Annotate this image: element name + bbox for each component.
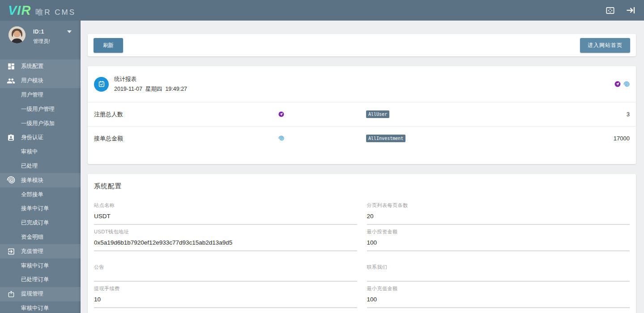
stats-row-label: 接单总金额: [94, 135, 278, 143]
sidebar-item-withdraw-manage[interactable]: 提现管理: [0, 287, 81, 301]
field-label: 公告: [94, 264, 357, 271]
sidebar-item-label: 已完成订单: [21, 219, 49, 227]
top-header: VIR 唯R CMS: [0, 0, 644, 21]
spiral-icon: [7, 176, 15, 185]
go-home-button[interactable]: 进入网站首页: [580, 38, 630, 53]
sidebar-item-label: 资金明细: [21, 233, 43, 241]
stats-card: 统计报表 2019-11-07 星期四 19:49:27 注册总人数: [88, 66, 636, 164]
sidebar-item-fund-details[interactable]: 资金明细: [0, 230, 81, 245]
user-role: 管理员!: [33, 38, 74, 45]
stats-row-investment: 接单总金额 AllInvestment 17000: [88, 126, 636, 150]
field-label: USDT钱包地址: [94, 228, 357, 235]
site-name-input[interactable]: USDT: [94, 213, 357, 225]
dashboard-icon: [7, 62, 15, 71]
sidebar-item-processed[interactable]: 已处理: [0, 159, 81, 173]
stats-datetime: 2019-11-07 星期四 19:49:27: [114, 85, 187, 93]
main-content: 刷新 进入网站首页 统计报表 2019-11-07 星期四 19:49:27: [81, 21, 644, 313]
sidebar-item-user-manage[interactable]: 用户管理: [0, 88, 81, 102]
field-usdt-wallet: USDT钱包地址 0x5a19d6b1b7920ef12e933c77d93c1…: [94, 228, 357, 251]
sidebar-menu: 系统配置 用户模块 用户管理 一级用户管理 一级用户添加 身份认证 审核中 已处…: [0, 59, 81, 313]
stats-value: 17000: [598, 135, 630, 142]
upload-box-icon: [7, 290, 15, 298]
stats-row-users: 注册总人数 AllUser 3: [88, 102, 636, 126]
sidebar-item-identity-auth[interactable]: 身份认证: [0, 131, 81, 145]
sidebar-item-label: 系统配置: [21, 63, 43, 70]
stats-badge: AllInvestment: [366, 135, 405, 142]
stats-header: 统计报表 2019-11-07 星期四 19:49:27: [88, 66, 636, 102]
send-icon: [278, 111, 284, 117]
sidebar-item-recharge-manage[interactable]: 充值管理: [0, 244, 81, 258]
contact-us-input[interactable]: [367, 275, 630, 282]
page-size-input[interactable]: 20: [367, 213, 630, 225]
sidebar-item-label: 一级用户添加: [21, 120, 55, 127]
sidebar-item-orders-completed[interactable]: 已完成订单: [0, 216, 81, 230]
fullscreen-icon[interactable]: [605, 5, 615, 16]
id-card-icon: [7, 133, 15, 142]
stats-title: 统计报表: [114, 76, 187, 83]
stats-value: 3: [598, 111, 630, 118]
logout-icon[interactable]: [625, 5, 636, 16]
send-icon[interactable]: [614, 81, 621, 87]
field-withdraw-fee: 提现手续费 10: [94, 285, 357, 308]
sidebar-item-label: 提现管理: [21, 290, 43, 298]
sidebar-item-label: 审核中订单: [21, 305, 49, 312]
min-invest-input[interactable]: 100: [367, 239, 630, 251]
sidebar-item-label: 接单中订单: [21, 205, 49, 212]
sidebar-item-l1-user-add[interactable]: 一级用户添加: [0, 116, 81, 131]
sidebar-item-all-orders[interactable]: 全部接单: [0, 187, 81, 202]
spiral-icon: [278, 135, 284, 141]
sidebar-item-l1-user-manage[interactable]: 一级用户管理: [0, 102, 81, 116]
stats-badge: AllUser: [366, 110, 389, 118]
sidebar-item-label: 用户管理: [21, 91, 43, 99]
stats-row-label: 注册总人数: [94, 110, 278, 118]
field-site-name: 站点名称 USDT: [94, 202, 357, 225]
sidebar-item-label: 接单模块: [21, 177, 43, 184]
config-grid: 站点名称 USDT 分页列表每页条数 20 USDT钱包地址 0x5a19d6b…: [94, 202, 630, 312]
sidebar-item-recharge-reviewing[interactable]: 审核中订单: [0, 258, 81, 273]
sidebar-item-orders-in-progress[interactable]: 接单中订单: [0, 202, 81, 216]
min-recharge-input[interactable]: 100: [367, 296, 630, 308]
stats-titles: 统计报表 2019-11-07 星期四 19:49:27: [114, 76, 187, 93]
avatar[interactable]: [9, 26, 26, 43]
system-config-card: 系统配置 站点名称 USDT 分页列表每页条数 20 USDT钱包地址 0x5a…: [88, 174, 636, 313]
field-page-size: 分页列表每页条数 20: [367, 202, 630, 225]
app-logo: VIR 唯R CMS: [8, 3, 76, 18]
calendar-check-icon: [94, 77, 109, 92]
sidebar-item-label: 审核中订单: [21, 262, 49, 270]
usdt-wallet-input[interactable]: 0x5a19d6b1b7920ef12e933c77d93c15ab2d13a9…: [94, 239, 357, 251]
sidebar-item-label: 审核中: [21, 148, 38, 156]
spiral-icon[interactable]: [623, 81, 630, 87]
sidebar-item-label: 已处理订单: [21, 276, 49, 283]
sidebar-item-label: 用户模块: [21, 77, 43, 85]
sidebar-item-reviewing[interactable]: 审核中: [0, 145, 81, 159]
field-min-recharge: 最小充值金额 100: [367, 285, 630, 308]
user-block: ID:1 管理员!: [0, 21, 81, 59]
announcement-input[interactable]: [94, 275, 357, 282]
sidebar-item-label: 一级用户管理: [21, 106, 55, 113]
sidebar-item-order-module[interactable]: 接单模块: [0, 173, 81, 187]
field-contact-us: 联系我们: [367, 264, 630, 282]
field-label: 分页列表每页条数: [367, 202, 630, 209]
field-label: 站点名称: [94, 202, 357, 209]
toolbar-card: 刷新 进入网站首页: [88, 34, 636, 56]
config-section-title: 系统配置: [94, 182, 630, 190]
sidebar-item-user-module[interactable]: 用户模块: [0, 74, 81, 88]
field-label: 最小投资金额: [367, 228, 630, 235]
user-id: ID:1: [33, 29, 44, 35]
sidebar-item-label: 全部接单: [21, 191, 43, 199]
sidebar-item-recharge-processed[interactable]: 已处理订单: [0, 273, 81, 287]
field-label: 联系我们: [367, 264, 630, 271]
field-announcement: 公告: [94, 264, 357, 282]
sidebar-item-label: 充值管理: [21, 248, 43, 255]
chevron-down-icon[interactable]: [67, 30, 72, 33]
sidebar-item-label: 已处理: [21, 162, 38, 170]
withdraw-fee-input[interactable]: 10: [94, 296, 357, 308]
field-label: 最小充值金额: [367, 285, 630, 292]
refresh-button[interactable]: 刷新: [94, 38, 123, 53]
sidebar-item-withdraw-reviewing[interactable]: 审核中订单: [0, 301, 81, 313]
field-min-invest: 最小投资金额 100: [367, 228, 630, 251]
logo-text: 唯R CMS: [35, 7, 76, 17]
sidebar-item-system-config[interactable]: 系统配置: [0, 59, 81, 74]
enter-box-icon: [7, 247, 15, 256]
field-label: 提现手续费: [94, 285, 357, 292]
